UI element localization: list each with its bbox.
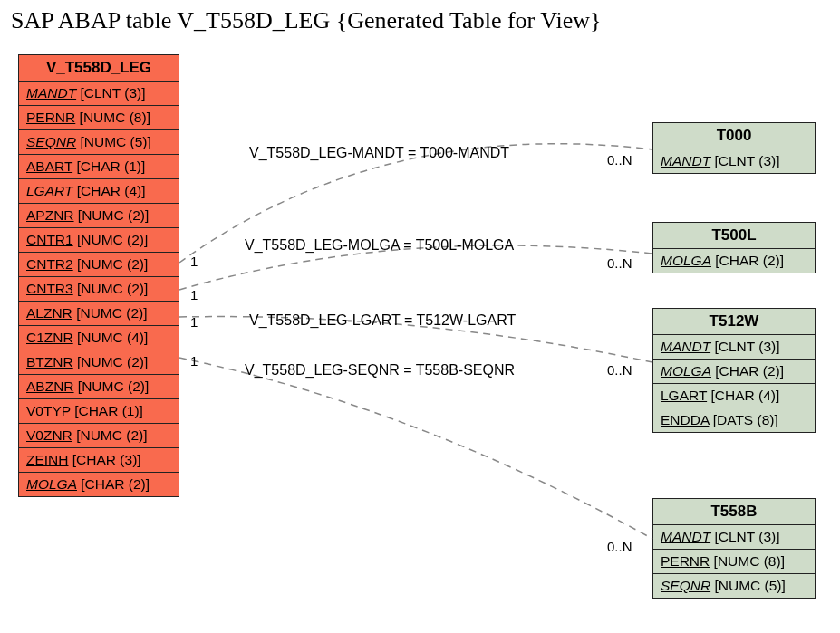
card-left-1: 1 <box>190 287 198 302</box>
card-right-0: 0..N <box>607 152 632 168</box>
card-left-0: 1 <box>190 254 198 269</box>
card-left-3: 1 <box>190 353 198 369</box>
connector-t558b <box>179 358 652 539</box>
relation-label-2: V_T558D_LEG-LGART = T512W-LGART <box>249 312 516 329</box>
relation-label-3: V_T558D_LEG-SEQNR = T558B-SEQNR <box>245 362 515 379</box>
card-right-1: 0..N <box>607 255 632 271</box>
relation-label-0: V_T558D_LEG-MANDT = T000-MANDT <box>249 145 509 161</box>
card-right-2: 0..N <box>607 362 632 378</box>
card-right-3: 0..N <box>607 539 632 554</box>
card-left-2: 1 <box>190 314 198 330</box>
relation-label-1: V_T558D_LEG-MOLGA = T500L-MOLGA <box>245 237 514 254</box>
